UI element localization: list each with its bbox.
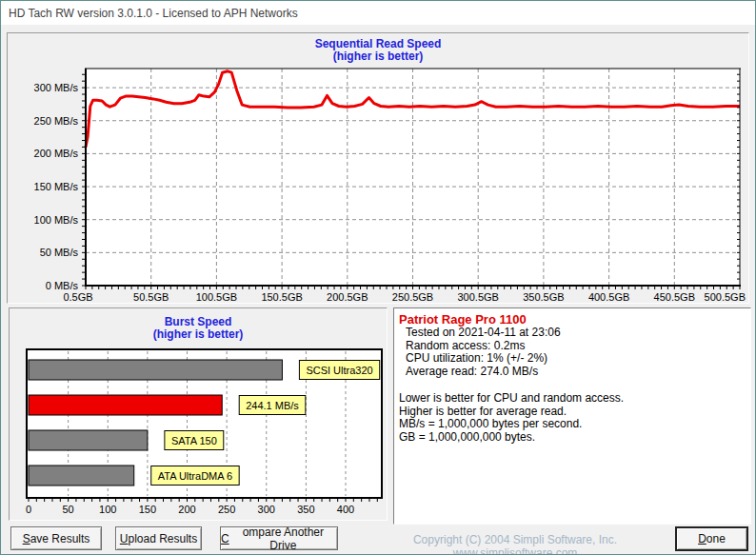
svg-text:50 MB/s: 50 MB/s [40,247,79,258]
svg-text:200: 200 [178,504,195,515]
svg-text:250: 250 [218,504,235,515]
svg-text:ATA UltraDMA 6: ATA UltraDMA 6 [158,470,232,482]
save-results-button[interactable]: Save Results [10,526,102,550]
svg-text:150.5GB: 150.5GB [261,291,302,303]
svg-text:300: 300 [258,504,275,515]
svg-text:50: 50 [63,504,74,515]
sequential-read-chart: 0 MB/s50 MB/s100 MB/s150 MB/s200 MB/s250… [8,33,748,303]
upload-results-button[interactable]: Upload Results [115,526,202,550]
svg-text:250 MB/s: 250 MB/s [34,115,79,127]
burst-chart-title: Burst Speed (higher is better) [10,316,387,341]
svg-text:0.5GB: 0.5GB [63,291,92,303]
copyright-text: Copyright (C) 2004 Simpli Software, Inc.… [363,533,667,555]
svg-text:450.5GB: 450.5GB [654,291,695,303]
drive-name: Patriot Rage Pro 1100 [399,312,746,327]
burst-speed-panel: Burst Speed (higher is better) SCSI Ultr… [9,307,388,521]
svg-text:150: 150 [139,504,156,515]
svg-text:100: 100 [99,504,116,515]
svg-text:0 MB/s: 0 MB/s [46,280,79,291]
svg-text:400: 400 [337,504,354,515]
compare-another-drive-button[interactable]: Compare Another Drive [220,526,338,550]
svg-text:350.5GB: 350.5GB [523,291,564,303]
hdtach-window: HD Tach RW version 3.0.1.0 - Licensed to… [0,0,756,555]
svg-text:350: 350 [297,504,314,515]
svg-text:200 MB/s: 200 MB/s [34,148,79,159]
svg-text:300.5GB: 300.5GB [457,291,498,303]
done-button[interactable]: Done [675,526,748,551]
svg-text:150 MB/s: 150 MB/s [34,181,79,192]
sequential-read-panel: Sequential Read Speed (higher is better)… [7,32,749,304]
svg-text:400.5GB: 400.5GB [588,291,629,303]
svg-text:50.5GB: 50.5GB [133,291,169,303]
note-gb-definition: GB = 1,000,000,000 bytes. [399,431,746,445]
svg-text:100.5GB: 100.5GB [196,291,237,303]
svg-text:100 MB/s: 100 MB/s [34,214,79,226]
note-higher-better: Higher is better for average read. [399,406,746,419]
cpu-utilization-line: CPU utilization: 1% (+/- 2%) [399,352,746,366]
svg-text:SCSI Ultra320: SCSI Ultra320 [306,365,372,376]
drive-info-panel: Patriot Rage Pro 1100 Tested on 2021-04-… [393,307,751,525]
burst-speed-chart: SCSI Ultra320244.1 MB/sSATA 150ATA Ultra… [10,348,387,520]
window-title: HD Tach RW version 3.0.1.0 - Licensed to… [9,7,298,20]
svg-text:0: 0 [26,504,31,515]
average-read-line: Average read: 274.0 MB/s [399,366,746,379]
svg-text:244.1 MB/s: 244.1 MB/s [246,400,299,411]
svg-text:300 MB/s: 300 MB/s [34,82,79,93]
title-bar[interactable]: HD Tach RW version 3.0.1.0 - Licensed to… [1,1,755,25]
svg-text:500.5GB: 500.5GB [705,291,746,303]
burst-chart-title-line2: (higher is better) [10,328,387,341]
svg-text:250.5GB: 250.5GB [392,291,433,303]
note-lower-better: Lower is better for CPU and random acces… [399,392,746,406]
note-mbs-definition: MB/s = 1,000,000 bytes per second. [399,418,746,431]
info-spacer [399,378,746,392]
random-access-line: Random access: 0.2ms [399,340,746,353]
svg-text:200.5GB: 200.5GB [327,291,368,303]
tested-on-line: Tested on 2021-04-11 at 23:06 [399,327,746,340]
svg-text:SATA 150: SATA 150 [171,435,217,446]
